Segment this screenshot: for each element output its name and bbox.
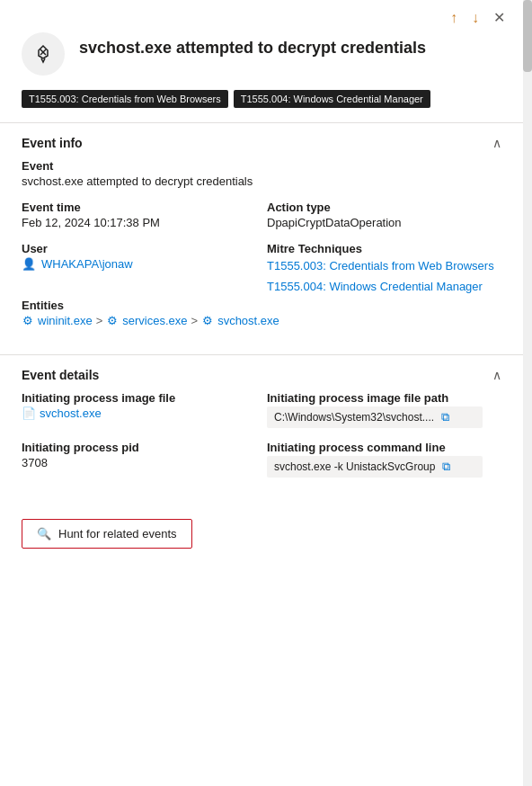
- event-info-section: Event info ∧ Event svchost.exe attempted…: [0, 122, 523, 354]
- user-mitre-row: User 👤 WHAKAPA\jonaw Mitre Techniques T1…: [22, 242, 501, 299]
- copy-cmdline-icon[interactable]: ⧉: [442, 460, 450, 474]
- event-info-title: Event info: [22, 136, 83, 150]
- entity-sep-2: >: [191, 314, 199, 327]
- event-label: Event: [22, 159, 501, 173]
- image-file-col: Initiating process image file 📄 svchost.…: [22, 391, 256, 441]
- image-file-path-text: C:\Windows\System32\svchost....: [274, 411, 434, 424]
- mitre-tag-1[interactable]: T1555.003: Credentials from Web Browsers: [22, 90, 228, 108]
- close-icon[interactable]: ✕: [493, 11, 505, 25]
- copy-path-icon[interactable]: ⧉: [441, 410, 449, 424]
- event-time-value: Feb 12, 2024 10:17:38 PM: [22, 216, 256, 229]
- image-file-value[interactable]: 📄 svchost.exe: [22, 406, 256, 420]
- image-file-path-label: Initiating process image file path: [267, 391, 501, 405]
- event-info-header[interactable]: Event info ∧: [0, 123, 523, 159]
- cmdline-value-container: svchost.exe -k UnistackSvcGroup ⧉: [267, 456, 501, 478]
- event-time-col: Event time Feb 12, 2024 10:17:38 PM: [22, 201, 256, 242]
- user-value[interactable]: WHAKAPA\jonaw: [41, 257, 133, 271]
- file-icon: 📄: [22, 406, 36, 420]
- image-file-path-box: C:\Windows\System32\svchost.... ⧉: [267, 406, 483, 428]
- user-label: User: [22, 242, 256, 255]
- mitre-links[interactable]: T1555.003: Credentials from Web Browsers…: [267, 257, 501, 297]
- image-file-row: Initiating process image file 📄 svchost.…: [22, 391, 501, 441]
- entity-svchost-label[interactable]: svchost.exe: [217, 314, 279, 327]
- event-info-body: Event svchost.exe attempted to decrypt c…: [0, 159, 523, 354]
- entity-wininit-label[interactable]: wininit.exe: [38, 314, 93, 327]
- alert-header: svchost.exe attempted to decrypt credent…: [0, 32, 523, 90]
- entity-services[interactable]: ⚙ services.exe: [106, 314, 187, 327]
- navigate-up-icon[interactable]: ↑: [450, 11, 457, 25]
- action-type-value: DpapiCryptDataOperation: [267, 216, 501, 229]
- alert-icon: [22, 32, 65, 76]
- cmdline-label: Initiating process command line: [267, 441, 501, 454]
- image-file-label: Initiating process image file: [22, 391, 256, 405]
- action-type-label: Action type: [267, 201, 501, 214]
- hunt-related-events-button[interactable]: 🔍 Hunt for related events: [22, 519, 192, 549]
- entity-sep-1: >: [96, 314, 103, 327]
- gear-icon-svchost: ⚙: [201, 314, 214, 326]
- navigate-down-icon[interactable]: ↓: [472, 11, 479, 25]
- pid-value: 3708: [22, 456, 256, 469]
- event-time-label: Event time: [22, 201, 256, 214]
- gear-icon-services: ⚙: [106, 314, 119, 326]
- mitre-tags: T1555.003: Credentials from Web Browsers…: [0, 90, 523, 122]
- event-details-header[interactable]: Event details ∧: [0, 355, 523, 391]
- event-time-action-row: Event time Feb 12, 2024 10:17:38 PM Acti…: [22, 201, 501, 242]
- user-col: User 👤 WHAKAPA\jonaw: [22, 242, 256, 299]
- mitre-col: Mitre Techniques T1555.003: Credentials …: [267, 242, 501, 299]
- entity-wininit[interactable]: ⚙ wininit.exe: [22, 314, 93, 327]
- pid-label: Initiating process pid: [22, 441, 256, 454]
- event-details-body: Initiating process image file 📄 svchost.…: [0, 391, 523, 505]
- action-type-col: Action type DpapiCryptDataOperation: [267, 201, 501, 242]
- cmdline-col: Initiating process command line svchost.…: [267, 441, 501, 490]
- event-details-chevron: ∧: [492, 368, 501, 382]
- entities-label: Entities: [22, 299, 501, 312]
- hunt-button-label: Hunt for related events: [58, 527, 177, 540]
- top-navigation: ↑ ↓ ✕: [0, 0, 523, 32]
- mitre-label: Mitre Techniques: [267, 242, 501, 255]
- entity-services-label[interactable]: services.exe: [122, 314, 187, 327]
- cmdline-text: svchost.exe -k UnistackSvcGroup: [274, 460, 435, 473]
- image-file-path-col: Initiating process image file path C:\Wi…: [267, 391, 501, 441]
- cmdline-box: svchost.exe -k UnistackSvcGroup ⧉: [267, 456, 483, 478]
- entity-svchost[interactable]: ⚙ svchost.exe: [201, 314, 279, 327]
- hunt-icon: 🔍: [37, 527, 51, 540]
- user-value-row[interactable]: 👤 WHAKAPA\jonaw: [22, 257, 256, 271]
- entities-row: ⚙ wininit.exe > ⚙ services.exe > ⚙ svcho…: [22, 314, 501, 327]
- image-file-path-value-container: C:\Windows\System32\svchost.... ⧉: [267, 406, 501, 428]
- gear-icon-wininit: ⚙: [22, 314, 34, 326]
- event-details-section: Event details ∧ Initiating process image…: [0, 354, 523, 505]
- event-info-chevron: ∧: [492, 136, 501, 150]
- mitre-link-1[interactable]: T1555.003: Credentials from Web Browsers: [267, 257, 501, 276]
- image-file-text[interactable]: svchost.exe: [40, 406, 102, 420]
- event-details-title: Event details: [22, 368, 99, 382]
- pid-col: Initiating process pid 3708: [22, 441, 256, 490]
- user-icon: 👤: [22, 257, 36, 271]
- mitre-link-2[interactable]: T1555.004: Windows Credential Manager: [267, 278, 501, 297]
- mitre-tag-2[interactable]: T1555.004: Windows Credential Manager: [234, 90, 430, 108]
- threat-icon: [31, 41, 56, 67]
- alert-title: svchost.exe attempted to decrypt credent…: [79, 32, 426, 58]
- event-value: svchost.exe attempted to decrypt credent…: [22, 174, 501, 188]
- pid-cmdline-row: Initiating process pid 3708 Initiating p…: [22, 441, 501, 490]
